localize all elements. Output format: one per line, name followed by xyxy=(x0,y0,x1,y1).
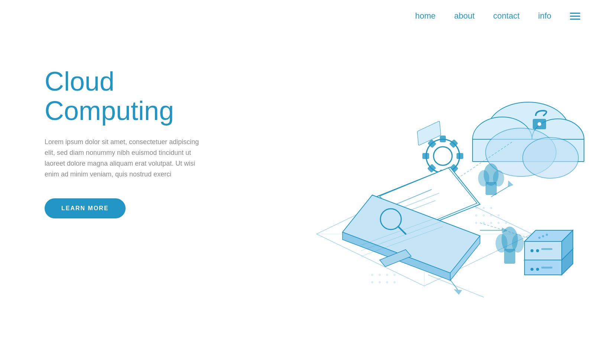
svg-point-76 xyxy=(512,234,524,253)
hamburger-menu-icon[interactable] xyxy=(570,13,580,20)
svg-point-17 xyxy=(379,281,381,283)
svg-point-55 xyxy=(478,170,489,186)
svg-point-84 xyxy=(536,249,539,252)
svg-point-18 xyxy=(386,281,388,283)
svg-point-8 xyxy=(483,222,485,224)
svg-point-90 xyxy=(542,235,544,237)
svg-point-6 xyxy=(497,214,500,217)
svg-rect-45 xyxy=(440,136,446,142)
svg-marker-28 xyxy=(508,181,513,186)
svg-point-42 xyxy=(538,122,541,126)
svg-point-4 xyxy=(483,214,485,217)
main-nav: home about contact info xyxy=(0,0,610,32)
nav-contact[interactable]: contact xyxy=(493,11,520,21)
hero-title: Cloud Computing xyxy=(45,67,230,126)
svg-point-16 xyxy=(371,281,373,283)
svg-point-83 xyxy=(530,249,533,252)
svg-point-12 xyxy=(371,274,373,276)
svg-rect-48 xyxy=(422,153,429,159)
svg-point-9 xyxy=(490,222,492,224)
svg-point-91 xyxy=(546,234,548,236)
svg-marker-30 xyxy=(455,290,461,294)
server-icon xyxy=(525,230,573,275)
svg-point-1 xyxy=(483,207,485,209)
hero-left: Cloud Computing Lorem ipsum dolor sit am… xyxy=(45,67,230,218)
svg-point-10 xyxy=(497,222,500,224)
svg-point-87 xyxy=(536,268,539,271)
hero-body: Lorem ipsum dolor sit amet, consectetuer… xyxy=(45,137,201,179)
cloud-computing-illustration: ✦ xyxy=(261,30,595,334)
svg-point-15 xyxy=(393,274,396,276)
svg-point-86 xyxy=(530,268,533,271)
svg-point-13 xyxy=(379,274,381,276)
svg-point-14 xyxy=(386,274,388,276)
svg-rect-88 xyxy=(541,267,552,269)
svg-point-44 xyxy=(434,147,452,165)
nav-info[interactable]: info xyxy=(538,11,551,21)
svg-point-7 xyxy=(475,222,477,224)
svg-line-94 xyxy=(428,275,484,297)
svg-point-56 xyxy=(493,170,504,186)
svg-rect-85 xyxy=(541,248,552,250)
svg-point-89 xyxy=(538,237,541,239)
svg-marker-82 xyxy=(525,241,562,260)
nav-home[interactable]: home xyxy=(415,11,435,21)
svg-point-75 xyxy=(496,234,507,253)
nav-about[interactable]: about xyxy=(454,11,475,21)
svg-point-3 xyxy=(475,214,477,217)
svg-rect-47 xyxy=(457,153,463,159)
svg-point-2 xyxy=(490,207,492,209)
learn-more-button[interactable]: LEARN MORE xyxy=(45,198,126,218)
svg-point-40 xyxy=(523,137,578,178)
svg-point-19 xyxy=(393,281,396,283)
